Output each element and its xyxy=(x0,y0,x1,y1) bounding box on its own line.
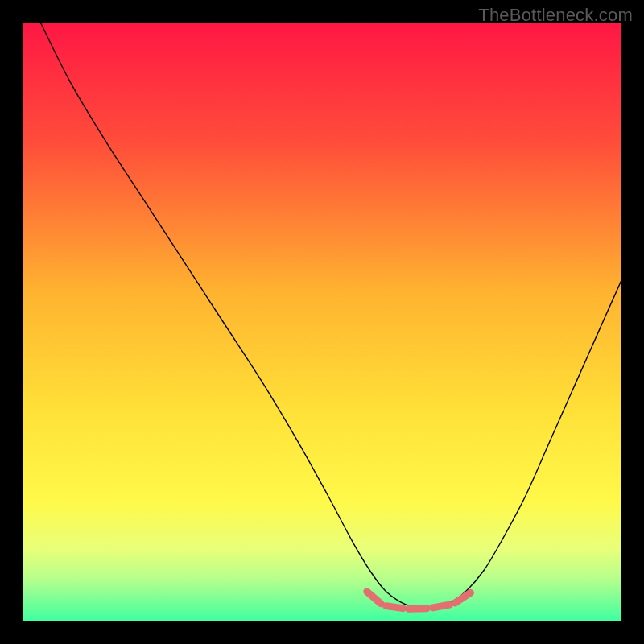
marker-segment xyxy=(433,605,450,608)
chart-svg xyxy=(23,23,621,621)
chart-background xyxy=(23,23,621,621)
marker-segment xyxy=(386,606,403,609)
chart-plot-area xyxy=(23,23,621,621)
watermark-text: TheBottleneck.com xyxy=(478,5,633,26)
marker-segment xyxy=(409,609,427,609)
